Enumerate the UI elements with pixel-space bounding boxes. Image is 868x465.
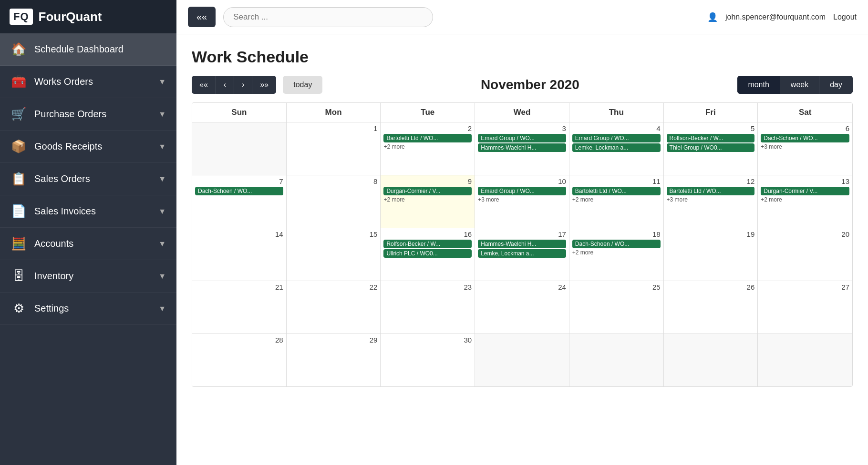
cal-header-wed: Wed (475, 103, 569, 122)
cal-cell-22: 22 (287, 281, 381, 334)
cal-event[interactable]: Durgan-Cormier / V... (383, 187, 472, 195)
cal-event[interactable]: Bartoletti Ltd / WO... (572, 187, 661, 195)
sidebar-item-sales-invoices[interactable]: 📄 Sales Invoices ▼ (0, 195, 176, 228)
cal-day-num: 10 (478, 177, 566, 185)
logo-box: FQ (10, 9, 33, 25)
cal-event[interactable]: Lemke, Lockman a... (572, 143, 661, 152)
sidebar-item-inventory[interactable]: 🗄 Inventory ▼ (0, 260, 176, 293)
sidebar-item-accounts[interactable]: 🧮 Accounts ▼ (0, 228, 176, 260)
nav-first-button[interactable]: «« (192, 76, 216, 94)
cal-cell-21: 21 (192, 281, 287, 334)
cal-cell-28: 28 (192, 334, 287, 386)
nav-prev-button[interactable]: ‹ (216, 76, 234, 94)
cal-cell-13: 13Durgan-Cormier / V...+2 more (758, 175, 852, 228)
cal-header-fri: Fri (664, 103, 758, 122)
cal-more[interactable]: +3 more (761, 143, 849, 150)
sidebar-item-works-orders[interactable]: 🧰 Works Orders ▼ (0, 66, 176, 98)
nav-button-group: «« ‹ › »» (192, 76, 276, 94)
cal-day-num: 23 (383, 283, 472, 291)
cal-more[interactable]: +2 more (761, 196, 849, 203)
cal-cell-10: 10Emard Group / WO...+3 more (475, 175, 569, 228)
cal-more[interactable]: +3 more (667, 196, 755, 203)
cal-day-num: 14 (195, 230, 283, 238)
cal-event[interactable]: Emard Group / WO... (572, 134, 661, 142)
cal-cell-12: 12Bartoletti Ltd / WO...+3 more (664, 175, 758, 228)
cal-event[interactable]: Bartoletti Ltd / WO... (667, 187, 755, 195)
user-email: john.spencer@fourquant.com (725, 13, 826, 21)
nav-next-button[interactable]: › (234, 76, 252, 94)
sales-orders-icon: 📋 (10, 172, 27, 186)
cal-event[interactable]: Hammes-Waelchi H... (478, 240, 566, 248)
cal-event[interactable]: Lemke, Lockman a... (478, 249, 566, 258)
cal-week-4: 282930 (192, 334, 852, 386)
logout-button[interactable]: Logout (833, 13, 857, 21)
cal-event[interactable]: Dach-Schoen / WO... (195, 187, 283, 195)
cal-week-3: 21222324252627 (192, 281, 852, 334)
calendar-month-label: November 2020 (329, 77, 731, 92)
works-orders-icon: 🧰 (10, 74, 27, 89)
cal-cell-empty (192, 122, 287, 175)
sidebar-label-works-orders: Works Orders (34, 76, 151, 87)
sidebar-item-schedule-dashboard[interactable]: 🏠 Schedule Dashboard (0, 33, 176, 66)
cal-event[interactable]: Ullrich PLC / WO0... (383, 249, 472, 258)
view-button-group: month week day (737, 76, 853, 94)
cal-event[interactable]: Durgan-Cormier / V... (761, 187, 849, 195)
search-input[interactable] (223, 7, 433, 27)
cal-event[interactable]: Dach-Schoen / WO... (761, 134, 849, 142)
accounts-icon: 🧮 (10, 236, 27, 251)
cal-more[interactable]: +2 more (383, 143, 472, 150)
cal-cell-2: 2Bartoletti Ltd / WO...+2 more (381, 122, 475, 175)
view-month-button[interactable]: month (737, 76, 780, 94)
view-week-button[interactable]: week (780, 76, 819, 94)
cal-event[interactable]: Emard Group / WO... (478, 187, 566, 195)
schedule-dashboard-icon: 🏠 (10, 42, 27, 57)
cal-day-num: 22 (289, 283, 378, 291)
cal-cell-6: 6Dach-Schoen / WO...+3 more (758, 122, 852, 175)
cal-day-num: 4 (572, 124, 661, 132)
sidebar-label-sales-orders: Sales Orders (34, 173, 151, 184)
cal-day-num: 7 (195, 177, 283, 185)
cal-more[interactable]: +3 more (478, 196, 566, 203)
view-day-button[interactable]: day (819, 76, 853, 94)
today-button[interactable]: today (283, 76, 322, 94)
cal-event[interactable]: Hammes-Waelchi H... (478, 143, 566, 152)
cal-day-num: 6 (761, 124, 849, 132)
cal-cell-29: 29 (287, 334, 381, 386)
cal-cell-18: 18Dach-Schoen / WO...+2 more (569, 228, 664, 281)
sidebar-logo: FQ FourQuant (0, 0, 176, 33)
sidebar-label-settings: Settings (34, 303, 151, 314)
sidebar-item-settings[interactable]: ⚙ Settings ▼ (0, 293, 176, 325)
sidebar-item-goods-receipts[interactable]: 📦 Goods Receipts ▼ (0, 131, 176, 163)
cal-event[interactable]: Dach-Schoen / WO... (572, 240, 661, 248)
cal-cell-26: 26 (664, 281, 758, 334)
arrow-icon-purchase-orders: ▼ (158, 110, 166, 119)
nav-last-button[interactable]: »» (252, 76, 276, 94)
cal-cell-5: 5Rolfson-Becker / W...Thiel Group / WO0.… (664, 122, 758, 175)
cal-day-num: 3 (478, 124, 566, 132)
cal-cell-3: 3Emard Group / WO...Hammes-Waelchi H... (475, 122, 569, 175)
cal-more[interactable]: +2 more (572, 249, 661, 256)
sidebar-item-purchase-orders[interactable]: 🛒 Purchase Orders ▼ (0, 98, 176, 131)
cal-event[interactable]: Emard Group / WO... (478, 134, 566, 142)
cal-event[interactable]: Rolfson-Becker / W... (667, 134, 755, 142)
cal-header-mon: Mon (287, 103, 381, 122)
sidebar-item-sales-orders[interactable]: 📋 Sales Orders ▼ (0, 163, 176, 195)
back-button[interactable]: «« (188, 7, 216, 27)
cal-more[interactable]: +2 more (383, 196, 472, 203)
cal-header-sat: Sat (758, 103, 852, 122)
cal-event[interactable]: Rolfson-Becker / W... (383, 240, 472, 248)
cal-cell-27: 27 (758, 281, 852, 334)
cal-day-num: 27 (761, 283, 849, 291)
cal-day-num: 20 (761, 230, 849, 238)
schedule-area: Work Schedule «« ‹ › »» today November 2… (176, 34, 868, 465)
cal-event[interactable]: Bartoletti Ltd / WO... (383, 134, 472, 142)
cal-event[interactable]: Thiel Group / WO0... (667, 143, 755, 152)
cal-day-num: 26 (667, 283, 755, 291)
cal-day-num: 8 (289, 177, 378, 185)
calendar-grid: SunMonTueWedThuFriSat 12Bartoletti Ltd /… (192, 102, 853, 387)
cal-day-num: 12 (667, 177, 755, 185)
cal-day-num: 29 (289, 336, 378, 344)
cal-cell-empty (475, 334, 569, 386)
cal-more[interactable]: +2 more (572, 196, 661, 203)
cal-week-0: 12Bartoletti Ltd / WO...+2 more3Emard Gr… (192, 122, 852, 175)
